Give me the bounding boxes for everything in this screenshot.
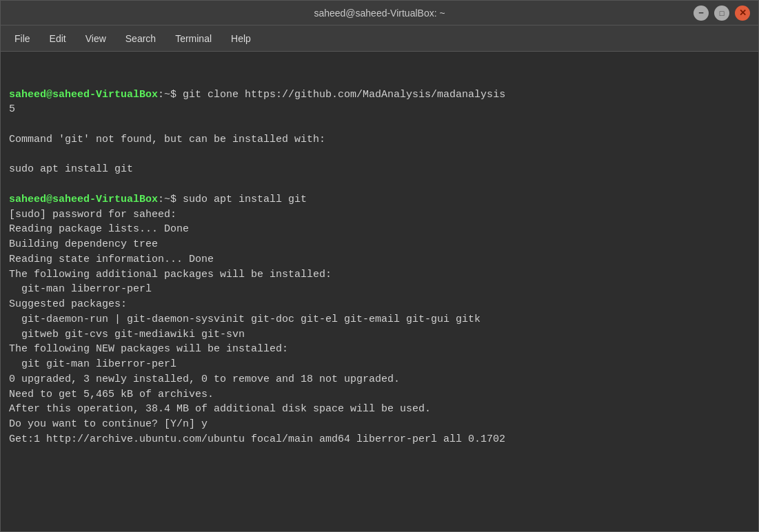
terminal-line: git git-man liberror-perl	[9, 357, 750, 372]
prompt-text: saheed@saheed-VirtualBox	[9, 194, 158, 205]
terminal-line: 0 upgraded, 3 newly installed, 0 to remo…	[9, 372, 750, 387]
terminal-line	[9, 117, 750, 132]
menu-bar: FileEditViewSearchTerminalHelp	[1, 25, 758, 52]
terminal-line: Building dependency tree	[9, 237, 750, 252]
title-bar-controls: − □ ✕	[565, 6, 750, 21]
menu-item-terminal[interactable]: Terminal	[167, 30, 220, 47]
title-bar: saheed@saheed-VirtualBox: ~ − □ ✕	[1, 1, 758, 25]
menu-item-search[interactable]: Search	[117, 30, 164, 47]
terminal-output: saheed@saheed-VirtualBox:~$ git clone ht…	[9, 57, 750, 447]
terminal-line: git-man liberror-perl	[9, 282, 750, 297]
terminal-line: After this operation, 38.4 MB of additio…	[9, 402, 750, 417]
command-text: :~$ sudo apt install git	[158, 194, 307, 205]
terminal-line: sudo apt install git	[9, 162, 750, 177]
menu-item-file[interactable]: File	[6, 30, 39, 47]
terminal-line: Get:1 http://archive.ubuntu.com/ubuntu f…	[9, 432, 750, 447]
terminal-line: Command 'git' not found, but can be inst…	[9, 132, 750, 147]
terminal-line: gitweb git-cvs git-mediawiki git-svn	[9, 327, 750, 342]
menu-item-view[interactable]: View	[77, 30, 114, 47]
maximize-button[interactable]: □	[714, 6, 729, 21]
window-title: saheed@saheed-VirtualBox: ~	[194, 8, 565, 19]
terminal-window: saheed@saheed-VirtualBox: ~ − □ ✕ FileEd…	[0, 0, 759, 532]
terminal-line: saheed@saheed-VirtualBox:~$ sudo apt ins…	[9, 192, 750, 207]
terminal-line: Reading package lists... Done	[9, 222, 750, 237]
terminal-line: 5	[9, 102, 750, 117]
close-button[interactable]: ✕	[735, 6, 750, 21]
terminal-line: [sudo] password for saheed:	[9, 207, 750, 223]
menu-item-help[interactable]: Help	[223, 30, 259, 47]
prompt-text: saheed@saheed-VirtualBox	[9, 89, 158, 101]
terminal-line: The following additional packages will b…	[9, 267, 750, 283]
terminal-line: Do you want to continue? [Y/n] y	[9, 417, 750, 432]
minimize-button[interactable]: −	[694, 6, 709, 21]
terminal-body[interactable]: saheed@saheed-VirtualBox:~$ git clone ht…	[1, 52, 758, 531]
command-text: :~$ git clone https://github.com/MadAnal…	[158, 89, 505, 101]
terminal-line	[9, 147, 750, 163]
terminal-line	[9, 177, 750, 192]
terminal-line: git-daemon-run | git-daemon-sysvinit git…	[9, 312, 750, 327]
terminal-line: Reading state information... Done	[9, 252, 750, 267]
terminal-line: Need to get 5,465 kB of archives.	[9, 387, 750, 402]
terminal-line: The following NEW packages will be insta…	[9, 342, 750, 357]
menu-item-edit[interactable]: Edit	[41, 30, 74, 47]
terminal-line: Suggested packages:	[9, 297, 750, 312]
terminal-line: saheed@saheed-VirtualBox:~$ git clone ht…	[9, 88, 750, 103]
